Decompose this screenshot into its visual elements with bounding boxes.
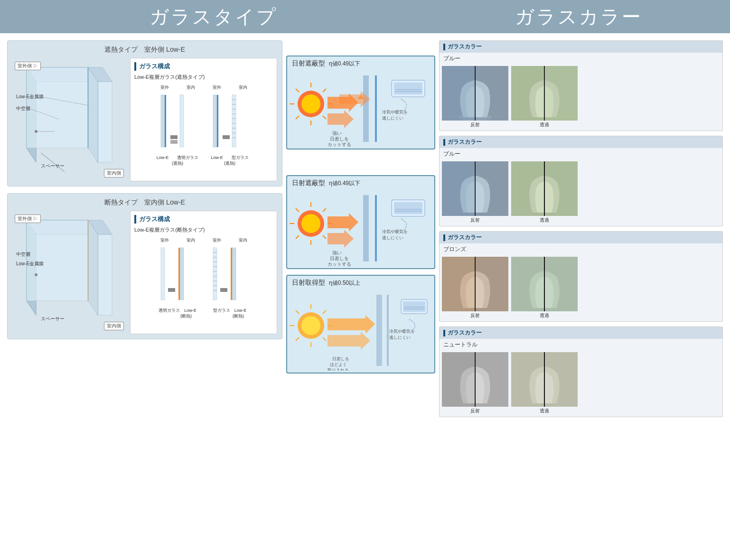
vase-svg-r4: [442, 352, 508, 407]
insulate-d1-svg: [154, 245, 201, 307]
svg-line-60: [323, 89, 326, 92]
header-right: ガラスカラー: [427, 4, 730, 30]
color-pair-2: 反射 透過: [440, 159, 722, 226]
color-card-1: ガラスカラー ブルー 反射: [439, 40, 723, 131]
svg-text:取り入れる: 取り入れる: [328, 368, 349, 371]
vase-label-r2: 反射: [470, 217, 480, 224]
svg-rect-55: [231, 248, 232, 300]
perf-subtitle-1: η値0.49以下: [329, 60, 360, 68]
insulate-diagram-2: 室外 室内: [206, 237, 253, 319]
svg-marker-36: [98, 234, 112, 315]
svg-rect-42: [178, 248, 180, 300]
construction-subtitle-1: Low-E複層ガラス(遮熱タイプ): [134, 74, 273, 81]
svg-text:逃しにくい: 逃しにくい: [382, 235, 403, 240]
perf-box-3: 日射取得型 η値0.50以上: [286, 275, 435, 373]
d1-bottom-label: Low-E 透明ガラス(遮熱): [157, 155, 199, 166]
svg-text:冷気や暖気を: 冷気や暖気を: [389, 329, 415, 334]
svg-rect-54: [220, 288, 227, 292]
insulate-middle-label: 中空層: [16, 251, 30, 258]
svg-line-89: [296, 235, 299, 239]
color-type-3: ブロンズ: [440, 243, 722, 254]
vase-reflection-2: 反射: [442, 161, 508, 224]
insulate-type-title: 断熱タイプ 室内側 Low-E: [12, 198, 277, 207]
vase-svg-r3: [442, 257, 508, 311]
color-card-header-3: ガラスカラー: [440, 232, 722, 243]
svg-line-66: [296, 89, 299, 92]
svg-marker-2: [27, 67, 88, 148]
svg-text:日差しを: 日差しを: [332, 356, 349, 361]
middle-layer-label: 中空層: [16, 105, 30, 112]
id2-label-out: 室外: [213, 237, 221, 243]
perf-label-2: 日射遮蔽型: [292, 179, 325, 187]
svg-marker-115: [328, 315, 375, 334]
perf-subtitle-3: η値0.50以上: [329, 279, 360, 287]
insulate-glass-diagrams: 室外 室内: [134, 237, 273, 319]
color-pair-3: 反射 透過: [440, 254, 722, 321]
vase-reflection-1: 反射: [442, 66, 508, 128]
insulate-spacer-label: スペーサー: [41, 316, 65, 322]
svg-rect-143: [442, 257, 475, 311]
inside-label: 室内側: [104, 169, 124, 177]
svg-text:逃しにくい: 逃しにくい: [389, 335, 411, 340]
svg-marker-37: [88, 220, 98, 315]
vase-transmission-3: 透過: [511, 257, 578, 319]
id1-label-in: 室内: [187, 237, 195, 243]
svg-rect-148: [442, 352, 475, 407]
svg-rect-44: [213, 248, 217, 300]
svg-rect-16: [170, 140, 178, 144]
insulate-outside-label: 室外側 ▷: [15, 215, 41, 223]
svg-rect-17: [180, 95, 184, 147]
vase-label-t3: 透過: [540, 312, 549, 319]
svg-rect-69: [363, 75, 369, 142]
id2-label-in: 室内: [239, 237, 247, 243]
glass-color-title: ガラスカラー: [515, 4, 643, 30]
svg-point-106: [301, 316, 320, 335]
d2-label-in: 室内: [239, 84, 247, 91]
glass-type-title: ガラスタイプ: [150, 4, 278, 30]
vase-svg-t4: [511, 352, 578, 407]
svg-rect-20: [223, 135, 230, 139]
svg-line-91: [296, 208, 299, 212]
color-pair-4: 反射 透過: [440, 350, 722, 417]
svg-marker-68: [328, 110, 354, 128]
color-card-header-4: ガラスカラー: [440, 327, 722, 339]
svg-text:カットする: カットする: [328, 261, 351, 266]
svg-marker-92: [328, 213, 358, 232]
vase-svg-t3: [511, 257, 578, 311]
perf-svg-1: 強い 日差しを カットする 冷気や暖気を 逃しにくい: [287, 71, 430, 147]
id1-bottom-label: 透明ガラス Low-E (断熱): [159, 308, 197, 319]
svg-line-64: [296, 116, 299, 119]
perf-svg-2: 強い 日差しを カットする 冷気や暖気を 逃しにくい: [287, 190, 430, 266]
svg-text:強い: 強い: [332, 250, 342, 255]
svg-rect-120: [403, 301, 425, 312]
shade-glass-diagrams: 室外 室内: [134, 84, 273, 166]
vase-svg-r2: [442, 161, 508, 216]
insulate-type-panel: 断熱タイプ 室内側 Low-E: [7, 193, 282, 339]
color-card-header-2: ガラスカラー: [440, 136, 722, 148]
svg-rect-41: [168, 288, 175, 292]
svg-marker-116: [328, 332, 370, 350]
low-e-label: Low-E金属膜: [16, 93, 44, 100]
perf-label-1: 日射遮蔽型: [292, 59, 325, 68]
svg-line-62: [323, 116, 326, 119]
svg-rect-19: [217, 95, 218, 147]
svg-text:ほどよく: ほどよく: [330, 362, 347, 367]
color-card-bar-2: [443, 139, 445, 146]
svg-rect-13: [161, 95, 165, 147]
svg-line-108: [323, 310, 326, 314]
svg-line-110: [323, 337, 326, 341]
shade-diagram-1: 室外 室内: [154, 84, 201, 166]
perf-label-3: 日射取得型: [292, 279, 325, 287]
svg-rect-135: [544, 66, 578, 121]
insulate-glass-3d: 室外側 ▷ 中空層 Low-E金属膜 スペーサー 室内側: [12, 211, 126, 334]
insulate-type-inner: 室外側 ▷ 中空層 Low-E金属膜 スペーサー 室内側 ガラス構成 Low-E…: [12, 211, 277, 334]
insulate-lowe-label: Low-E金属膜: [16, 261, 44, 267]
color-pair-1: 反射 透過: [440, 64, 722, 131]
vase-svg-t1: [511, 66, 578, 121]
d2-label-out: 室外: [213, 84, 221, 91]
svg-point-9: [35, 130, 37, 133]
svg-point-83: [301, 214, 320, 233]
insulate-glass-construction: ガラス構成 Low-E複層ガラス(断熱タイプ) 室外 室内: [130, 211, 277, 334]
vase-transmission-2: 透過: [511, 161, 578, 224]
shade-glass-construction: ガラス構成 Low-E複層ガラス(遮熱タイプ) 室外 室内: [130, 58, 277, 181]
